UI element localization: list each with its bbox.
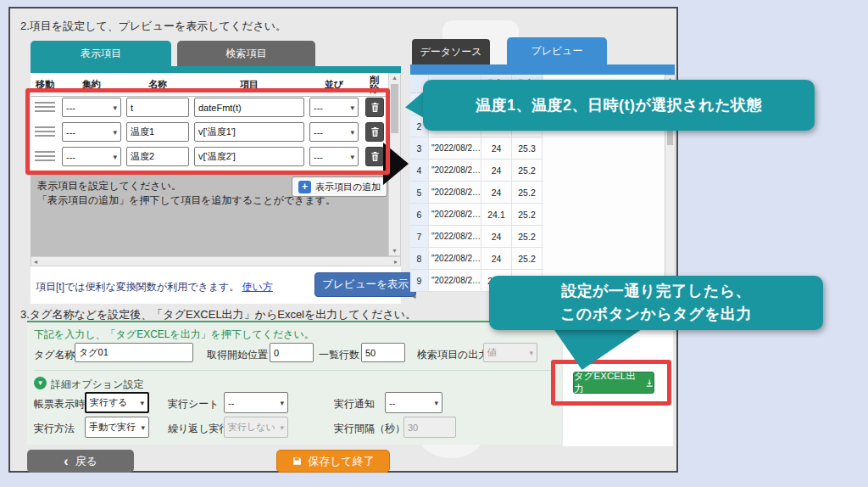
chevron-down-icon: ▾: [141, 423, 145, 432]
output-settings-panel: 下記を入力し、「タグEXCELを出力」を押下してください。 タグ名称 取得開始位…: [27, 321, 561, 445]
chevron-down-circle-icon[interactable]: ▾: [34, 377, 47, 389]
row-number: 7: [410, 226, 429, 247]
cell-temp2: 25.2: [512, 182, 542, 203]
row-number: 3: [410, 137, 429, 159]
cell-temp1: 24: [481, 160, 512, 181]
cell-temp1: 24: [481, 248, 512, 269]
repeat-exec-label: 繰り返し実行: [168, 422, 230, 436]
back-button[interactable]: ‹ 戻る: [27, 450, 134, 473]
start-pos-label: 取得開始位置: [207, 348, 268, 362]
config-horizontal-scrollbar[interactable]: ◂ ▸: [31, 256, 401, 266]
tab-search-items-label: 検索項目: [226, 48, 267, 59]
chevron-down-icon: ▾: [434, 399, 438, 407]
row-number: 9: [410, 270, 429, 291]
table-row: 4"2022/08/2…2425.2: [410, 160, 543, 182]
exec-interval-label: 実行間隔（秒）: [334, 422, 405, 436]
exec-interval-input[interactable]: [403, 417, 456, 438]
cell-temp1: 24.1: [481, 204, 512, 225]
output-instruction: 下記を入力し、「タグEXCELを出力」を押下してください。: [34, 327, 314, 342]
row-number: 4: [410, 160, 429, 181]
scroll-right-arrow-icon[interactable]: ▸: [394, 258, 398, 266]
plus-icon: +: [298, 181, 311, 193]
exec-notify-select[interactable]: --▾: [385, 392, 442, 413]
cell-temp2: 25.3: [512, 137, 542, 159]
scroll-down-arrow-icon[interactable]: ▾: [389, 247, 400, 255]
output-format-value: 値: [487, 346, 497, 359]
output-callout: 設定が一通り完了したら、 このボタンからタグを出力: [489, 276, 823, 330]
active-tab-strip: [31, 66, 401, 73]
table-row: 8"2022/08/2…2425.2: [410, 248, 543, 270]
cell-t: "2022/08/2…: [429, 137, 481, 159]
excel-button-highlight-box: [551, 360, 671, 406]
chevron-down-icon: ▾: [140, 399, 144, 407]
cell-t: "2022/08/2…: [429, 270, 481, 291]
cell-t: "2022/08/2…: [429, 204, 481, 225]
chevron-down-icon: ▾: [529, 349, 533, 357]
cell-temp2: 25.2: [512, 204, 542, 225]
report-exec-value: 実行する: [90, 396, 128, 409]
tag-name-input[interactable]: [75, 343, 193, 362]
exec-notify-value: --: [389, 398, 395, 408]
cell-temp1: 24: [481, 182, 512, 203]
cell-temp2: 25.2: [512, 226, 542, 247]
row-count-label: 一覧行数: [319, 348, 359, 362]
table-row: 7"2022/08/2…2425.2: [410, 226, 543, 248]
back-chevron-icon: ‹: [64, 454, 68, 469]
tab-datasource-label: データソース: [420, 46, 481, 58]
scrollbar-thumb[interactable]: [391, 84, 398, 133]
output-format-select[interactable]: 値▾: [483, 343, 537, 362]
show-preview-button[interactable]: プレビューを表示: [314, 272, 416, 297]
row-number: 8: [410, 248, 429, 269]
tab-preview[interactable]: プレビュー: [507, 37, 607, 64]
tab-datasource[interactable]: データソース: [412, 39, 490, 64]
row-number: 6: [410, 204, 429, 225]
selection-callout: 温度1、温度2、日時(t)が選択された状態: [423, 80, 815, 131]
exec-method-value: 手動で実行: [89, 421, 136, 434]
exec-sheet-select[interactable]: --▾: [224, 392, 288, 413]
exec-notify-label: 実行通知: [334, 397, 375, 411]
start-pos-input[interactable]: [270, 343, 314, 362]
exec-method-select[interactable]: 手動で実行▾: [85, 417, 149, 438]
selection-callout-text: 温度1、温度2、日時(t)が選択された状態: [476, 94, 762, 117]
note-bar: 項目[t]では便利な変換関数が利用できます。 使い方 プレビューを表示: [31, 266, 401, 304]
scroll-left-arrow-icon[interactable]: ◂: [34, 258, 37, 266]
exec-sheet-value: --: [228, 398, 234, 408]
table-row: 6"2022/08/2…24.125.2: [410, 204, 543, 226]
conversion-note: 項目[t]では便利な変換関数が利用できます。 使い方: [36, 280, 273, 294]
add-display-item-label: 表示項目の追加: [315, 181, 381, 193]
cell-temp1: 24: [481, 226, 512, 247]
tab-display-items[interactable]: 表示項目: [31, 41, 171, 66]
row-count-input[interactable]: [361, 343, 405, 362]
tab-search-items[interactable]: 検索項目: [177, 41, 315, 66]
scroll-up-arrow-icon[interactable]: ▴: [389, 74, 400, 82]
save-icon: [292, 456, 303, 467]
scroll-left-arrow-icon[interactable]: ◂: [412, 292, 416, 300]
save-label: 保存して終了: [308, 454, 375, 469]
save-and-finish-button[interactable]: 保存して終了: [276, 450, 390, 473]
repeat-exec-value: 実行しない: [228, 421, 275, 434]
cell-t: "2022/08/2…: [429, 160, 481, 181]
rows-highlight-box: [25, 88, 390, 175]
cell-temp2: 25.2: [512, 248, 542, 269]
chevron-down-icon: ▾: [280, 423, 284, 432]
cell-t: "2022/08/2…: [429, 248, 481, 269]
section2-title: 2.項目を設定して、プレビューを表示してください。: [20, 19, 287, 34]
advanced-options-label[interactable]: 詳細オプション設定: [51, 378, 143, 392]
preview-tab-bar: [410, 64, 675, 75]
chevron-down-icon: ▾: [280, 399, 284, 407]
cell-t: "2022/08/2…: [429, 226, 481, 247]
row-number: 5: [410, 182, 429, 203]
exec-method-label: 実行方法: [34, 422, 75, 436]
usage-link[interactable]: 使い方: [242, 281, 273, 293]
tab-preview-label: プレビュー: [531, 45, 582, 57]
table-row: 5"2022/08/2…2425.2: [410, 182, 543, 204]
output-callout-line2: このボタンからタグを出力: [560, 303, 752, 326]
report-exec-select[interactable]: 実行する▾: [85, 392, 149, 413]
table-row: 3"2022/08/2…2425.3: [410, 137, 543, 160]
cell-temp1: 24: [481, 137, 512, 159]
exec-sheet-label: 実行シート: [168, 397, 220, 411]
note-text: 項目[t]では便利な変換関数が利用できます。: [36, 281, 239, 293]
add-display-item-button[interactable]: + 表示項目の追加: [292, 176, 387, 197]
repeat-exec-select[interactable]: 実行しない▾: [224, 417, 288, 438]
main-dialog: 2.項目を設定して、プレビューを表示してください。 表示項目 検索項目 移動 集…: [8, 7, 678, 473]
